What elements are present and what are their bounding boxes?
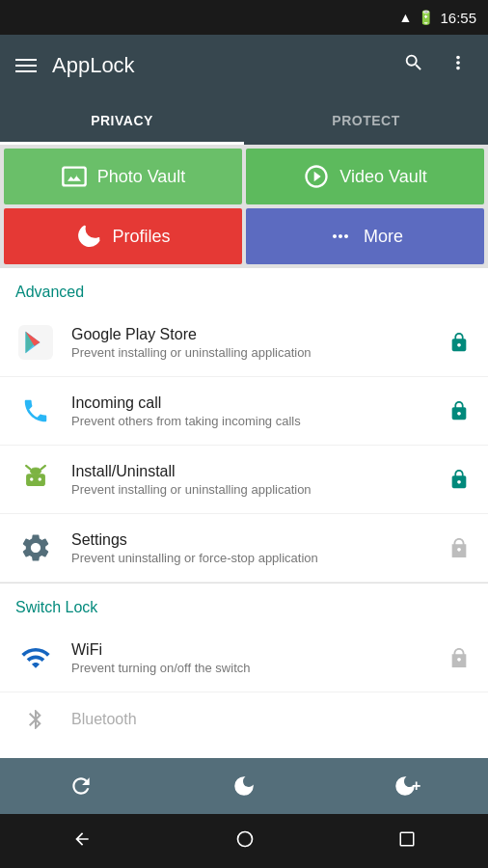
tab-protect[interactable]: PROTECT [244, 96, 488, 145]
install-uninstall-title: Install/Uninstall [71, 463, 430, 480]
home-button[interactable] [235, 829, 255, 854]
list-item-bluetooth-partial: Bluetooth [0, 692, 488, 746]
google-play-store-title: Google Play Store [71, 326, 430, 343]
more-button[interactable]: More [246, 208, 484, 264]
settings-lock [446, 534, 473, 561]
quick-access-grid: Photo Vault Video Vault Profiles More [0, 145, 488, 268]
tab-privacy[interactable]: PRIVACY [0, 96, 244, 145]
incoming-call-subtitle: Prevent others from taking incoming call… [71, 414, 430, 428]
menu-icon[interactable] [15, 59, 37, 72]
google-play-store-icon [15, 322, 56, 363]
refresh-button[interactable] [0, 758, 163, 814]
install-uninstall-subtitle: Prevent installing or uninstalling appli… [71, 482, 430, 497]
svg-rect-4 [26, 474, 45, 486]
advanced-section-header: Advanced [0, 268, 488, 309]
more-icon [327, 223, 354, 250]
install-uninstall-lock [446, 466, 473, 493]
video-vault-label: Video Vault [339, 167, 426, 187]
list-item-google-play-store[interactable]: Google Play Store Prevent installing or … [0, 309, 488, 377]
content-area: Advanced Google Play Store Prevent ins [0, 268, 488, 766]
google-play-store-lock [446, 329, 473, 356]
video-vault-button[interactable]: Video Vault [246, 149, 484, 204]
settings-icon [15, 528, 56, 568]
app-title: AppLock [52, 53, 384, 78]
svg-point-6 [39, 477, 41, 480]
recents-button[interactable] [398, 830, 416, 853]
incoming-call-icon [15, 391, 56, 431]
battery-icon: 🔋 [418, 10, 434, 25]
app-bar: AppLock [0, 35, 488, 96]
signal-icon: ▲ [399, 10, 413, 25]
photo-vault-label: Photo Vault [97, 167, 186, 187]
sleep-plus-button[interactable]: + [325, 758, 488, 814]
bluetooth-icon [15, 706, 56, 733]
bluetooth-label: Bluetooth [71, 711, 137, 728]
wifi-lock [446, 644, 473, 671]
sleep-button[interactable] [163, 758, 326, 814]
photo-vault-icon [61, 163, 88, 190]
tab-bar: PRIVACY PROTECT [0, 96, 488, 145]
svg-rect-8 [401, 832, 415, 846]
list-item-install-uninstall[interactable]: Install/Uninstall Prevent installing or … [0, 446, 488, 514]
profiles-icon [75, 223, 102, 250]
settings-title: Settings [71, 531, 430, 549]
clock: 16:55 [440, 10, 476, 26]
photo-vault-button[interactable]: Photo Vault [4, 149, 242, 204]
svg-line-2 [26, 466, 30, 470]
wifi-icon [15, 637, 56, 678]
more-label: More [364, 227, 403, 247]
incoming-call-lock [446, 397, 473, 424]
incoming-call-title: Incoming call [71, 394, 430, 412]
settings-subtitle: Prevent uninstalling or force-stop appli… [71, 551, 430, 565]
svg-line-3 [41, 466, 45, 470]
list-item-wifi[interactable]: WiFi Prevent turning on/off the switch [0, 624, 488, 692]
video-vault-icon [303, 163, 330, 190]
profiles-button[interactable]: Profiles [4, 208, 242, 264]
google-play-store-subtitle: Prevent installing or uninstalling appli… [71, 345, 430, 360]
install-uninstall-icon [15, 459, 56, 500]
switch-lock-section-header: Switch Lock [0, 583, 488, 624]
wifi-title: WiFi [71, 641, 430, 659]
back-button[interactable] [72, 829, 92, 854]
status-bar: ▲ 🔋 16:55 [0, 0, 488, 35]
bottom-navigation: + [0, 758, 488, 814]
search-icon[interactable] [399, 48, 428, 83]
svg-point-7 [237, 831, 252, 846]
profiles-label: Profiles [112, 227, 170, 247]
list-item-incoming-call[interactable]: Incoming call Prevent others from taking… [0, 377, 488, 446]
list-item-settings[interactable]: Settings Prevent uninstalling or force-s… [0, 514, 488, 583]
system-navigation [0, 814, 488, 868]
more-options-icon[interactable] [444, 48, 473, 83]
wifi-subtitle: Prevent turning on/off the switch [71, 661, 430, 675]
svg-point-1 [30, 468, 41, 475]
svg-point-5 [30, 477, 33, 480]
